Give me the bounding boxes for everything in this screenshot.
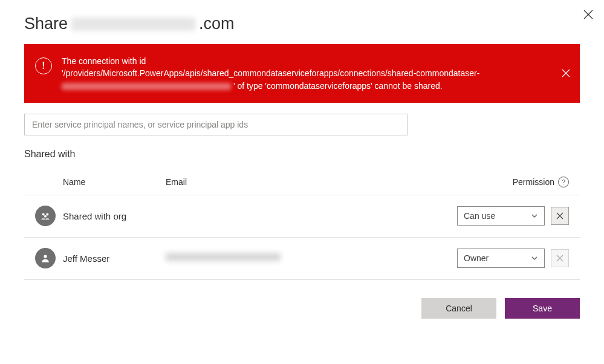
remove-share-button[interactable] (551, 207, 569, 225)
chevron-down-icon (531, 212, 538, 219)
close-icon (556, 212, 563, 219)
svg-point-6 (44, 215, 47, 218)
error-redacted (62, 83, 231, 90)
panel-close-button[interactable] (582, 8, 594, 21)
page-title: Share .com (24, 15, 580, 33)
email-redacted (166, 253, 281, 261)
close-icon (583, 10, 593, 19)
title-prefix: Share (24, 15, 68, 33)
permission-dropdown[interactable]: Owner (457, 249, 545, 268)
row-name: Jeff Messer (63, 253, 166, 264)
error-message: The connection with id '/providers/Micro… (62, 54, 569, 92)
title-redacted (71, 18, 195, 31)
column-email: Email (166, 177, 448, 187)
svg-point-4 (42, 213, 45, 216)
row-email (166, 253, 448, 264)
person-icon (39, 252, 51, 264)
column-name: Name (63, 177, 166, 187)
save-button[interactable]: Save (505, 298, 580, 319)
table-row: Jeff Messer Owner (24, 238, 580, 280)
error-dismiss-button[interactable] (562, 68, 571, 78)
avatar (35, 248, 56, 268)
table-row: Shared with org Can use (24, 195, 580, 238)
share-table: Name Email Permission ? Shared with org … (24, 177, 580, 280)
permission-dropdown[interactable]: Can use (457, 206, 545, 226)
table-header: Name Email Permission ? (24, 177, 580, 195)
cancel-button[interactable]: Cancel (421, 298, 496, 319)
principal-search-input[interactable] (24, 114, 408, 135)
dialog-footer: Cancel Save (24, 298, 580, 319)
error-icon: ! (35, 57, 52, 74)
chevron-down-icon (531, 255, 538, 262)
permission-help-icon[interactable]: ? (558, 177, 569, 187)
remove-share-button (551, 249, 569, 267)
error-banner: ! The connection with id '/providers/Mic… (24, 44, 580, 103)
shared-with-heading: Shared with (24, 149, 580, 160)
column-permission: Permission ? (448, 177, 569, 187)
close-icon (562, 69, 570, 77)
row-name: Shared with org (63, 211, 166, 221)
group-icon (39, 210, 51, 222)
avatar (35, 206, 56, 226)
close-icon (556, 255, 563, 262)
svg-point-9 (44, 255, 47, 258)
svg-point-5 (46, 213, 48, 216)
title-suffix: .com (199, 15, 235, 33)
